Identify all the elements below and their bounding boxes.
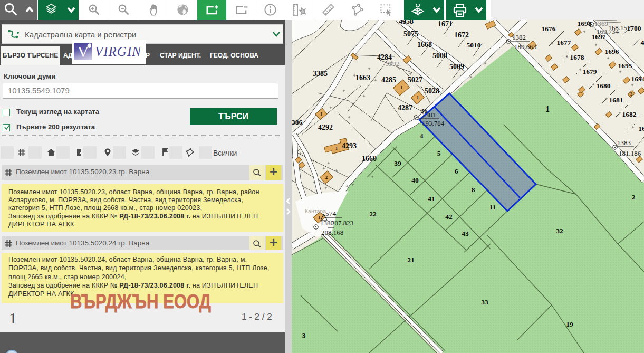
svg-text:1678: 1678	[570, 53, 584, 61]
svg-text:1672: 1672	[454, 31, 469, 39]
svg-text:1: 1	[417, 95, 419, 100]
svg-text:1677: 1677	[557, 39, 571, 46]
svg-text:1679: 1679	[583, 68, 597, 75]
svg-text:5010: 5010	[467, 41, 481, 49]
svg-text:3385: 3385	[313, 70, 328, 78]
svg-text:43: 43	[462, 230, 469, 237]
svg-text:180.663: 180.663	[514, 43, 536, 51]
svg-text:574: 574	[325, 209, 337, 217]
svg-text:1700: 1700	[627, 24, 641, 32]
svg-text:41: 41	[428, 195, 435, 203]
svg-text:1382: 1382	[512, 33, 526, 41]
svg-text:42: 42	[445, 213, 453, 221]
svg-text:16: 16	[638, 125, 644, 132]
svg-text:5075: 5075	[403, 30, 418, 38]
svg-text:Кантара: Кантара	[305, 208, 326, 214]
svg-text:1663: 1663	[355, 74, 370, 82]
svg-text:4285: 4285	[381, 76, 396, 84]
svg-text:8: 8	[472, 186, 475, 194]
svg-text:2: 2	[325, 175, 328, 180]
svg-text:3: 3	[302, 331, 306, 339]
svg-text:5027: 5027	[408, 76, 422, 84]
svg-text:36: 36	[421, 107, 428, 115]
svg-text:1694: 1694	[631, 75, 644, 83]
svg-text:1668: 1668	[417, 41, 432, 49]
svg-text:6: 6	[455, 167, 458, 175]
svg-text:21: 21	[407, 256, 415, 264]
svg-text:1695: 1695	[618, 62, 632, 70]
svg-text:1671: 1671	[438, 20, 453, 28]
svg-text:193.784: 193.784	[422, 119, 445, 127]
svg-text:168.15: 168.15	[608, 24, 627, 32]
svg-text:1: 1	[545, 104, 550, 113]
svg-text:1: 1	[400, 85, 403, 90]
svg-text:39: 39	[394, 159, 401, 167]
svg-text:1681: 1681	[609, 96, 623, 104]
svg-text:1697: 1697	[592, 33, 606, 41]
svg-text:4: 4	[641, 39, 644, 46]
svg-text:207.823: 207.823	[331, 219, 353, 227]
svg-text:4292: 4292	[318, 123, 333, 131]
svg-text:4: 4	[420, 132, 424, 140]
svg-text:1682: 1682	[622, 110, 637, 118]
svg-text:22: 22	[369, 210, 377, 218]
svg-text:1676: 1676	[542, 25, 556, 33]
svg-text:3392: 3392	[386, 60, 400, 68]
svg-text:1383: 1383	[617, 139, 631, 147]
svg-text:386: 386	[292, 118, 302, 126]
svg-text:32: 32	[556, 227, 563, 235]
svg-text:5009: 5009	[449, 63, 464, 71]
svg-text:3: 3	[630, 91, 633, 97]
svg-text:181.186: 181.186	[619, 149, 641, 157]
svg-text:1698: 1698	[578, 20, 592, 27]
svg-text:5: 5	[437, 149, 441, 157]
svg-text:11: 11	[489, 203, 496, 211]
svg-text:4287: 4287	[398, 104, 412, 112]
svg-text:40: 40	[411, 176, 419, 184]
svg-text:5028: 5028	[425, 87, 439, 95]
svg-text:1696: 1696	[605, 47, 619, 55]
svg-text:1: 1	[335, 146, 338, 151]
svg-text:5008: 5008	[432, 52, 447, 60]
svg-text:33: 33	[481, 298, 488, 306]
svg-text:2: 2	[632, 193, 636, 201]
svg-text:4958: 4958	[399, 20, 414, 25]
svg-text:1: 1	[320, 111, 323, 117]
svg-text:208.168: 208.168	[321, 228, 343, 236]
svg-text:1680: 1680	[597, 82, 611, 90]
svg-text:1660: 1660	[362, 155, 377, 163]
svg-text:19: 19	[566, 320, 573, 328]
svg-text:4293: 4293	[342, 142, 357, 150]
